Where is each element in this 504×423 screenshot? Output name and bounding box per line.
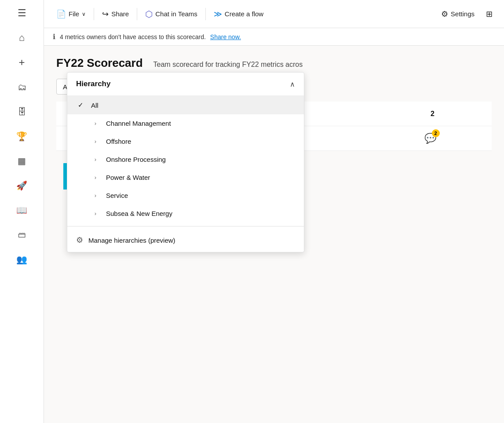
dropdown-item-onshore-processing[interactable]: › Onshore Processing <box>67 150 304 168</box>
sidebar-item-learn[interactable]: 📖 <box>9 199 35 222</box>
manage-hierarchies-label: Manage hierarchies (preview) <box>88 237 175 244</box>
sidebar-item-goals[interactable]: 🏆 <box>9 125 35 148</box>
people-icon: 👥 <box>16 254 27 265</box>
checkmark-icon: ✓ <box>76 101 85 109</box>
plus-icon: + <box>18 56 25 69</box>
dropdown-chevron-up-icon[interactable]: ∧ <box>290 80 295 88</box>
share-label: Share <box>111 10 129 18</box>
dropdown-item-all[interactable]: ✓ All <box>67 96 304 114</box>
dropdown-item-power-water-label: Power & Water <box>106 174 150 181</box>
file-label: File <box>69 10 79 18</box>
trophy-icon: 🏆 <box>16 131 27 142</box>
expand-icon-3: › <box>91 156 100 163</box>
sidebar-item-create[interactable]: + <box>9 51 35 74</box>
file-icon: 📄 <box>56 9 66 19</box>
sidebar-item-people[interactable]: 👥 <box>9 248 35 271</box>
hierarchy-dropdown: Hierarchy ∧ ✓ All › Channel Management ›… <box>67 72 304 252</box>
gear-icon: ⚙ <box>76 235 83 245</box>
divider-3 <box>205 8 206 20</box>
book-icon: 📖 <box>16 205 27 215</box>
settings-button[interactable]: ⚙ Settings <box>436 6 480 22</box>
comment-badge[interactable]: 💬 2 <box>424 133 436 144</box>
sidebar-item-browse[interactable]: 🗂 <box>9 76 35 98</box>
info-message: 4 metrics owners don't have access to th… <box>60 33 206 40</box>
dropdown-item-channel-management-label: Channel Management <box>106 120 171 127</box>
badge-count: 2 <box>432 129 440 137</box>
sidebar-item-datahub[interactable]: 🗄 <box>9 100 35 123</box>
topbar: 📄 File ∨ ↪ Share ⬡ Chat in Teams ≫ Creat… <box>44 0 504 28</box>
expand-icon-2: › <box>91 138 100 145</box>
expand-icon-4: › <box>91 174 100 181</box>
flow-icon: ≫ <box>214 9 222 19</box>
database-icon: 🗄 <box>18 107 26 117</box>
view-icon: ⊞ <box>486 9 493 19</box>
hamburger-menu[interactable]: ☰ <box>9 4 35 23</box>
dropdown-divider <box>67 226 304 226</box>
settings-label: Settings <box>451 10 475 18</box>
dropdown-item-service-label: Service <box>106 192 128 199</box>
file-chevron-icon: ∨ <box>82 11 86 17</box>
rocket-icon: 🚀 <box>16 180 27 191</box>
chat-in-teams-button[interactable]: ⬡ Chat in Teams <box>140 5 203 23</box>
sidebar-item-apps[interactable]: ▦ <box>9 150 35 172</box>
dropdown-item-power-water[interactable]: › Power & Water <box>67 168 304 186</box>
sidebar-item-metrics[interactable]: 🚀 <box>9 174 35 197</box>
chat-label: Chat in Teams <box>155 10 197 18</box>
share-icon: ↪ <box>102 9 109 19</box>
file-button[interactable]: 📄 File ∨ <box>51 6 91 22</box>
dropdown-item-subsea[interactable]: › Subsea & New Energy <box>67 204 304 222</box>
hamburger-icon: ☰ <box>18 7 26 19</box>
dropdown-item-channel-management[interactable]: › Channel Management <box>67 114 304 132</box>
dropdown-item-offshore-label: Offshore <box>106 138 131 145</box>
grid-icon: ▦ <box>18 156 26 166</box>
dropdown-title: Hierarchy <box>76 80 110 88</box>
sidebar: ☰ ⌂ + 🗂 🗄 🏆 ▦ 🚀 📖 🗃 👥 <box>0 0 44 423</box>
sidebar-item-workspaces[interactable]: 🗃 <box>9 223 35 246</box>
comment-badge-area: 💬 2 <box>417 133 443 144</box>
layers-icon: 🗃 <box>18 230 26 240</box>
scorecard-header: FY22 Scorecard Team scorecard for tracki… <box>56 56 492 70</box>
folder-icon: 🗂 <box>18 82 26 92</box>
settings-icon: ⚙ <box>441 9 448 19</box>
main-area: 📄 File ∨ ↪ Share ⬡ Chat in Teams ≫ Creat… <box>44 0 504 423</box>
dropdown-item-offshore[interactable]: › Offshore <box>67 132 304 150</box>
share-button[interactable]: ↪ Share <box>97 6 134 22</box>
home-icon: ⌂ <box>19 32 25 44</box>
create-flow-button[interactable]: ≫ Create a flow <box>208 6 269 22</box>
dropdown-header: Hierarchy ∧ <box>67 73 304 96</box>
expand-icon-6: › <box>91 210 100 217</box>
dropdown-item-service[interactable]: › Service <box>67 186 304 204</box>
dropdown-item-all-label: All <box>91 102 99 109</box>
teams-icon: ⬡ <box>145 9 153 19</box>
flow-label: Create a flow <box>225 10 263 18</box>
content-area: FY22 Scorecard Team scorecard for tracki… <box>44 46 504 423</box>
divider-2 <box>137 8 137 20</box>
expand-icon-1: › <box>91 120 100 127</box>
view-button[interactable]: ⊞ <box>482 6 497 22</box>
sidebar-item-home[interactable]: ⌂ <box>9 26 35 49</box>
row-value-1: 2 <box>408 110 443 118</box>
manage-hierarchies-button[interactable]: ⚙ Manage hierarchies (preview) <box>67 230 304 252</box>
scorecard-title: FY22 Scorecard <box>56 56 143 70</box>
expand-icon-5: › <box>91 192 100 199</box>
info-icon: ℹ <box>53 33 55 41</box>
info-bar: ℹ 4 metrics owners don't have access to … <box>44 28 504 46</box>
dropdown-item-subsea-label: Subsea & New Energy <box>106 210 172 217</box>
share-now-link[interactable]: Share now. <box>210 33 241 40</box>
scorecard-description: Team scorecard for tracking FY22 metrics… <box>153 61 303 69</box>
divider-1 <box>94 8 94 20</box>
dropdown-item-onshore-processing-label: Onshore Processing <box>106 156 166 163</box>
